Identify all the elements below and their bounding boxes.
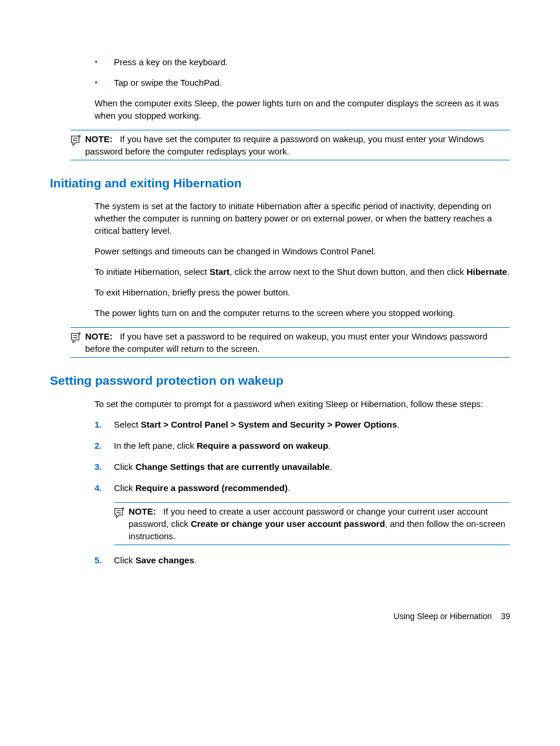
list-item: In the left pane, click Require a passwo… bbox=[95, 439, 510, 452]
note-label: NOTE: bbox=[129, 506, 156, 516]
page-footer: Using Sleep or Hibernation 39 bbox=[394, 611, 510, 623]
note-box: NOTE: If you have set the computer to re… bbox=[70, 130, 510, 160]
note-text: If you have set the computer to require … bbox=[85, 134, 484, 156]
bullet-text: Tap or swipe the TouchPad. bbox=[114, 78, 222, 88]
list-item: Click Require a password (recommended). … bbox=[95, 482, 510, 545]
page-number: 39 bbox=[501, 611, 510, 621]
note-box: NOTE: If you need to create a user accou… bbox=[114, 502, 510, 545]
section-body: To set the computer to prompt for a pass… bbox=[95, 398, 510, 566]
paragraph: The power lights turn on and the compute… bbox=[95, 307, 510, 319]
note-label: NOTE: bbox=[85, 134, 113, 144]
list-item: Press a key on the keyboard. bbox=[95, 56, 510, 68]
section-heading: Setting password protection on wakeup bbox=[50, 372, 510, 389]
note-icon bbox=[113, 506, 126, 519]
paragraph: To initiate Hibernation, select Start, c… bbox=[95, 266, 510, 278]
list-item: Click Save changes. bbox=[95, 554, 510, 566]
list-item: Tap or swipe the TouchPad. bbox=[95, 76, 510, 89]
paragraph: Power settings and timeouts can be chang… bbox=[95, 245, 510, 257]
paragraph: When the computer exits Sleep, the power… bbox=[95, 97, 510, 122]
paragraph: To set the computer to prompt for a pass… bbox=[95, 398, 510, 410]
section-body: The system is set at the factory to init… bbox=[95, 200, 510, 319]
numbered-list: Select Start > Control Panel > System an… bbox=[95, 418, 510, 566]
document-page: Press a key on the keyboard. Tap or swip… bbox=[0, 0, 560, 658]
top-bullet-list: Press a key on the keyboard. Tap or swip… bbox=[95, 56, 510, 122]
footer-text: Using Sleep or Hibernation bbox=[394, 611, 492, 621]
paragraph: The system is set at the factory to init… bbox=[95, 200, 510, 237]
bullet-text: Press a key on the keyboard. bbox=[114, 57, 228, 67]
note-label: NOTE: bbox=[85, 331, 113, 341]
section-heading: Initiating and exiting Hibernation bbox=[50, 174, 510, 191]
note-icon bbox=[69, 134, 82, 147]
paragraph: To exit Hibernation, briefly press the p… bbox=[95, 286, 510, 298]
list-item: Select Start > Control Panel > System an… bbox=[95, 418, 510, 431]
list-item: Click Change Settings that are currently… bbox=[95, 461, 510, 473]
note-box: NOTE: If you have set a password to be r… bbox=[70, 327, 510, 358]
note-icon bbox=[69, 331, 82, 344]
note-text: If you have set a password to be require… bbox=[85, 331, 487, 354]
